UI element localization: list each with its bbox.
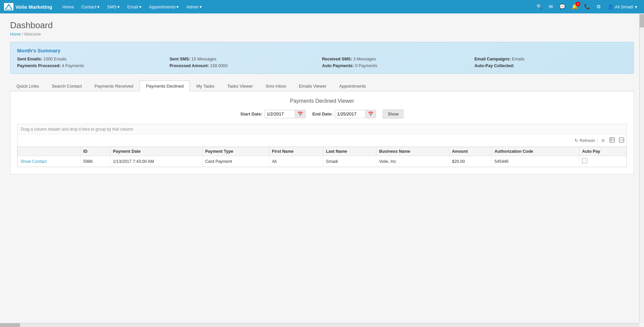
table-container: Drag a column header and drop it here to…	[17, 124, 627, 167]
cell-payment-type: Card Payment	[202, 156, 269, 167]
svg-text:PDF: PDF	[620, 139, 624, 142]
logo-icon	[4, 3, 13, 10]
breadcrumb-home[interactable]: Home	[10, 32, 21, 37]
horizontal-scrollbar[interactable]	[0, 323, 639, 327]
summary-grid: Sent Emails: 1000 Emails Sent SMS: 15 Me…	[17, 57, 627, 68]
chat-icon[interactable]: 💬	[557, 3, 567, 10]
start-date-group: Start Date: 📅	[240, 110, 306, 118]
table-row: Show Contact59881/13/2017 7:43:00 AMCard…	[18, 156, 627, 167]
start-date-input[interactable]	[265, 110, 295, 118]
vertical-scrollbar[interactable]	[639, 13, 644, 323]
filter-row: Start Date: 📅 End Date: 📅 Show	[17, 109, 627, 119]
export-excel-icon[interactable]: ✕	[600, 137, 606, 144]
chevron-down-icon: ▾	[200, 4, 202, 9]
show-contact-link[interactable]: Show Contact	[20, 159, 47, 164]
cell-auth-code: 545446	[492, 156, 579, 167]
summary-auto-payments: Auto Payments: 0 Payments	[322, 63, 475, 68]
tab-emails-viewer[interactable]: Emails Viewer	[292, 81, 333, 91]
end-date-group: End Date: 📅	[312, 110, 376, 118]
export-csv-icon[interactable]	[608, 137, 616, 144]
panel-title: Payments Declined Viewer	[17, 98, 627, 104]
tab-my-tasks[interactable]: My Tasks	[190, 81, 221, 91]
phone-icon[interactable]: 📞	[582, 3, 592, 10]
start-date-input-wrap: 📅	[264, 110, 306, 118]
col-id[interactable]: ID	[80, 147, 110, 156]
summary-processed-amount: Processed Amount: 158.0000	[170, 63, 322, 68]
col-auth-code[interactable]: Authorization Code	[492, 147, 579, 156]
col-auto-pay[interactable]: Auto Pay	[579, 147, 627, 156]
breadcrumb-current: Welcome	[24, 32, 41, 37]
brand-name: Voiie Marketing	[15, 4, 52, 10]
cell-first-name: Ali	[269, 156, 323, 167]
user-name: Ali Smadi	[615, 4, 633, 9]
envelope-icon[interactable]: ✉	[547, 3, 555, 10]
refresh-icon: ↻	[575, 138, 578, 143]
col-amount[interactable]: Amount	[449, 147, 492, 156]
cell-last-name: Smadi	[323, 156, 376, 167]
cell-auto-pay	[579, 156, 627, 167]
chevron-down-icon: ▾	[139, 4, 142, 9]
brand-logo[interactable]: Voiie Marketing	[4, 3, 52, 10]
nav-icons: 🔍 ✉ 💬 🔔 0 📞 ⚙ 👤 Ali Smadi ▾	[535, 3, 640, 11]
svg-rect-2	[610, 138, 614, 142]
tab-search-contact[interactable]: Search Contact	[45, 81, 88, 91]
search-icon[interactable]: 🔍	[535, 3, 544, 10]
summary-autopay-collected: Auto-Pay Collected:	[475, 63, 627, 68]
chevron-down-icon: ▾	[635, 4, 637, 9]
tab-payments-declined[interactable]: Payments Declined	[140, 81, 190, 91]
nav-contact[interactable]: Contact ▾	[78, 3, 103, 11]
summary-email-campaigns: Email Campaigns: Emails	[475, 57, 627, 61]
nav-sms[interactable]: SMS ▾	[104, 3, 123, 11]
refresh-button[interactable]: ↻ Refresh	[575, 138, 595, 143]
summary-payments-processed: Payments Processed: 4 Payments	[17, 63, 170, 68]
avatar-icon: 👤	[608, 4, 613, 9]
chevron-down-icon: ▾	[117, 4, 120, 9]
vscroll-thumb[interactable]	[640, 14, 644, 28]
hscroll-thumb[interactable]	[0, 323, 20, 327]
end-date-calendar-button[interactable]: 📅	[365, 110, 376, 118]
col-payment-date[interactable]: Payment Date	[110, 147, 202, 156]
tabs-container: Quick LinksSearch ContactPayments Receiv…	[10, 81, 634, 91]
show-button[interactable]: Show	[383, 109, 404, 119]
payments-declined-table: ID Payment Date Payment Type First Name …	[17, 147, 627, 167]
nav-home[interactable]: Home	[59, 3, 77, 11]
col-business-name[interactable]: Business Name	[376, 147, 449, 156]
table-toolbar: ↻ Refresh | ✕ PDF	[17, 135, 627, 147]
bell-badge: 0	[576, 2, 580, 6]
export-pdf-icon[interactable]: PDF	[618, 137, 625, 144]
summary-box: Month's Summary Sent Emails: 1000 Emails…	[10, 42, 634, 74]
col-last-name[interactable]: Last Name	[323, 147, 376, 156]
breadcrumb: Home / Welcome	[10, 32, 634, 37]
chevron-down-icon: ▾	[176, 4, 179, 9]
bell-icon[interactable]: 🔔 0	[570, 3, 580, 10]
start-date-calendar-button[interactable]: 📅	[295, 110, 305, 118]
end-date-label: End Date:	[312, 111, 333, 116]
tab-sms-inbox[interactable]: Sms Inbox	[259, 81, 292, 91]
auto-pay-checkbox[interactable]	[582, 158, 587, 164]
group-hint: Drag a column header and drop it here to…	[17, 124, 627, 135]
nav-email[interactable]: Email ▾	[124, 3, 145, 11]
page-title: Dashboard	[10, 20, 634, 31]
tab-tasks-viewer[interactable]: Tasks Viewer	[221, 81, 259, 91]
nav-admin[interactable]: Admin ▾	[183, 3, 205, 11]
cell-amount: $20.00	[449, 156, 492, 167]
col-first-name[interactable]: First Name	[269, 147, 323, 156]
top-navbar: Voiie Marketing Home Contact ▾ SMS ▾ Ema…	[0, 0, 644, 13]
summary-received-sms: Received SMS: 3 Messages	[322, 57, 475, 61]
end-date-input[interactable]	[335, 110, 365, 118]
summary-sent-sms: Sent SMS: 15 Messages	[170, 57, 322, 61]
end-date-input-wrap: 📅	[335, 110, 376, 118]
tab-payments-received[interactable]: Payments Received	[88, 81, 140, 91]
col-link	[18, 147, 80, 156]
cell-id: 5988	[80, 156, 110, 167]
main-panel: Payments Declined Viewer Start Date: 📅 E…	[10, 91, 634, 174]
cell-business-name: Voiie, Inc	[376, 156, 449, 167]
col-payment-type[interactable]: Payment Type	[202, 147, 269, 156]
nav-appointments[interactable]: Appointments ▾	[146, 3, 182, 11]
summary-sent-emails: Sent Emails: 1000 Emails	[17, 57, 170, 61]
tab-appointments-tab[interactable]: Appointments	[333, 81, 372, 91]
tab-quick-links[interactable]: Quick Links	[10, 81, 45, 91]
cell-payment-date: 1/13/2017 7:43:00 AM	[110, 156, 202, 167]
user-menu[interactable]: 👤 Ali Smadi ▾	[605, 3, 640, 11]
gear-icon[interactable]: ⚙	[595, 3, 602, 10]
